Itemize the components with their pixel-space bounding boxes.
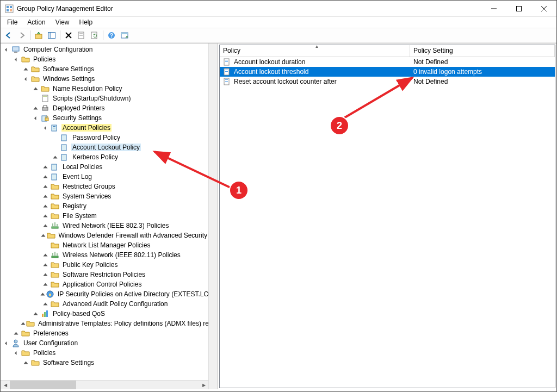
expander-icon[interactable] — [32, 104, 40, 112]
properties-button[interactable] — [76, 29, 88, 41]
expander-icon[interactable] — [42, 163, 49, 171]
tree-item[interactable]: Scripts (Startup/Shutdown) — [52, 95, 132, 102]
expander-icon[interactable] — [42, 183, 49, 190]
list-row-selected[interactable]: Account lockout threshold 0 invalid logo… — [220, 67, 555, 77]
menu-action[interactable]: Action — [23, 18, 49, 27]
expander-icon[interactable] — [42, 173, 49, 181]
tree-item[interactable]: Public Key Policies — [61, 261, 119, 269]
expander-icon[interactable] — [42, 271, 49, 278]
minimize-button[interactable] — [481, 1, 506, 16]
up-button[interactable] — [33, 29, 45, 41]
list-body: Account lockout duration Not Defined Acc… — [220, 57, 555, 388]
tree-item[interactable]: Software Settings — [42, 359, 95, 366]
tree-item[interactable]: Network List Manager Policies — [61, 241, 151, 249]
svg-rect-34 — [61, 154, 66, 160]
tree-item[interactable]: Event Log — [61, 173, 93, 181]
policy-icon — [60, 143, 69, 152]
tree-item[interactable]: Administrative Templates: Policy definit… — [37, 320, 208, 327]
tree-item[interactable]: Windows Defender Firewall with Advanced … — [58, 232, 208, 239]
expander-icon[interactable] — [32, 114, 40, 122]
close-button[interactable] — [531, 1, 556, 16]
expander-icon[interactable] — [3, 339, 10, 347]
scroll-thumb[interactable] — [10, 381, 76, 389]
nav-forward-button[interactable] — [16, 29, 28, 41]
nav-back-button[interactable] — [3, 29, 15, 41]
refresh-button[interactable] — [89, 29, 101, 41]
tree-item-account-lockout-policy[interactable]: Account Lockout Policy — [71, 144, 141, 151]
column-header-policy[interactable]: Policy▲ — [220, 45, 410, 57]
policy-item-icon — [223, 77, 232, 86]
show-hide-tree-button[interactable] — [46, 29, 58, 41]
tree-item[interactable]: User Configuration — [22, 339, 79, 347]
tree-item[interactable]: Windows Settings — [42, 75, 96, 83]
tree-item[interactable]: Kerberos Policy — [71, 153, 119, 161]
policy-setting: Not Defined — [410, 58, 555, 66]
expander-icon[interactable] — [42, 251, 49, 259]
tree-item[interactable]: Local Policies — [61, 163, 103, 171]
expander-icon[interactable] — [13, 349, 20, 357]
expander-icon[interactable] — [42, 192, 49, 200]
tree-item[interactable]: Deployed Printers — [52, 104, 106, 112]
user-icon — [11, 339, 20, 347]
scroll-left-icon[interactable]: ◀ — [1, 381, 10, 389]
tree-item[interactable]: Policies — [32, 349, 57, 357]
scroll-right-icon[interactable]: ▶ — [199, 381, 208, 389]
filter-button[interactable] — [119, 29, 131, 41]
expander-icon[interactable] — [42, 124, 49, 132]
expander-icon[interactable] — [13, 55, 20, 63]
menu-file[interactable]: File — [3, 18, 22, 27]
list-row[interactable]: Account lockout duration Not Defined — [220, 57, 555, 67]
expander-icon[interactable] — [42, 290, 45, 298]
tree-item[interactable]: Policies — [32, 55, 57, 63]
delete-button[interactable] — [63, 29, 75, 41]
tree-item[interactable]: Restricted Groups — [61, 183, 116, 190]
tree-item[interactable]: Application Control Policies — [61, 281, 143, 288]
network-icon — [51, 251, 59, 259]
maximize-button[interactable] — [506, 1, 531, 16]
svg-rect-1 — [7, 6, 9, 8]
expander-icon[interactable] — [22, 75, 30, 83]
tree-item[interactable]: Policy-based QoS — [52, 310, 106, 318]
horizontal-scrollbar[interactable]: ◀ ▶ — [1, 380, 208, 389]
tree-item[interactable]: Password Policy — [71, 134, 121, 141]
tree-item[interactable]: Advanced Audit Policy Configuration — [61, 300, 169, 308]
help-button[interactable]: ? — [106, 29, 117, 41]
expander-icon[interactable] — [22, 359, 30, 366]
expander-icon[interactable] — [3, 46, 10, 53]
expander-icon[interactable] — [13, 329, 20, 337]
tree-item[interactable]: System Services — [61, 192, 112, 200]
expander-icon[interactable] — [42, 232, 46, 239]
svg-rect-3 — [7, 9, 9, 11]
expander-icon[interactable] — [52, 153, 59, 161]
menu-view[interactable]: View — [51, 18, 74, 27]
expander-icon[interactable] — [22, 320, 25, 327]
tree-item[interactable]: IP Security Policies on Active Directory… — [57, 290, 208, 298]
list-row[interactable]: Reset account lockout counter after Not … — [220, 77, 555, 86]
tree-item[interactable]: Software Restriction Policies — [61, 271, 146, 278]
tree-item[interactable]: Security Settings — [52, 114, 103, 122]
folder-icon — [41, 84, 49, 93]
column-header-setting[interactable]: Policy Setting — [410, 45, 555, 57]
tree-item[interactable]: Software Settings — [42, 65, 95, 73]
expander-icon[interactable] — [22, 65, 30, 73]
vertical-scrollbar[interactable] — [208, 43, 218, 389]
tree-item[interactable]: Preferences — [32, 329, 70, 337]
menu-help[interactable]: Help — [75, 18, 97, 27]
expander-icon[interactable] — [42, 222, 49, 229]
expander-icon[interactable] — [42, 281, 49, 288]
tree-item[interactable]: File System — [61, 212, 98, 220]
expander-icon[interactable] — [42, 202, 49, 210]
tree-item-account-policies[interactable]: Account Policies — [61, 124, 112, 132]
tree-item[interactable]: Registry — [61, 202, 88, 210]
tree-item[interactable]: Name Resolution Policy — [52, 85, 123, 92]
tree-item[interactable]: Computer Configuration — [22, 46, 94, 53]
tree-item[interactable]: Wired Network (IEEE 802.3) Policies — [61, 222, 170, 229]
policy-tree[interactable]: Computer Configuration Policies Software… — [1, 43, 208, 380]
expander-icon[interactable] — [32, 85, 40, 92]
expander-icon[interactable] — [32, 310, 40, 318]
expander-icon[interactable] — [42, 300, 49, 308]
tree-item[interactable]: Wireless Network (IEEE 802.11) Policies — [61, 251, 182, 259]
expander-icon[interactable] — [42, 212, 49, 220]
policy-icon — [51, 123, 59, 132]
expander-icon[interactable] — [42, 261, 49, 269]
